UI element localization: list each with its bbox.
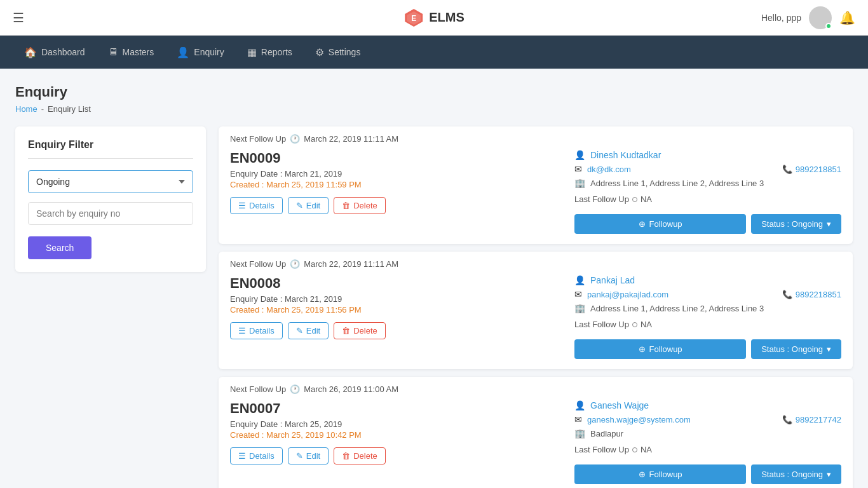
contact-address-row-0: 🏢 Address Line 1, Address Line 2, Addres… xyxy=(574,178,841,188)
next-follow-up-date-1: March 22, 2019 11:11 AM xyxy=(304,259,398,269)
phone-icon-2: 📞 xyxy=(782,415,792,424)
breadcrumb-separator: - xyxy=(41,104,44,114)
email-icon-0: ✉ xyxy=(574,164,582,174)
details-button-1[interactable]: ☰ Details xyxy=(230,322,283,339)
breadcrumb-home[interactable]: Home xyxy=(15,104,37,114)
edit-button-2[interactable]: ✎ Edit xyxy=(288,447,329,464)
greeting-text: Hello, ppp xyxy=(761,13,801,23)
next-follow-up-label-0: Next Follow Up xyxy=(230,134,286,144)
followup-button-2[interactable]: ⊕ Followup xyxy=(574,464,746,484)
edit-icon-1: ✎ xyxy=(296,326,303,336)
contact-email-row-0: ✉ dk@dk.com 📞 9892218851 xyxy=(574,164,841,174)
person-icon-0: 👤 xyxy=(574,150,585,160)
address-icon-2: 🏢 xyxy=(574,428,585,438)
address-icon-1: 🏢 xyxy=(574,303,585,313)
details-button-2[interactable]: ☰ Details xyxy=(230,447,283,464)
last-follow-up-row-0: Last Follow Up NA xyxy=(574,194,841,204)
contact-phone-0: 📞 9892218851 xyxy=(782,165,841,174)
clock-icon-1: 🕐 xyxy=(290,259,300,269)
nav-enquiry[interactable]: 👤 Enquiry xyxy=(165,36,235,69)
plus-circle-icon-2: ⊕ xyxy=(639,470,646,479)
nav-reports-label: Reports xyxy=(261,47,292,57)
enquiry-card-1: Next Follow Up 🕐 March 22, 2019 11:11 AM… xyxy=(219,252,853,369)
enquiry-date-1: Enquiry Date : March 21, 2019 xyxy=(230,294,562,304)
card-left-2: EN0007 Enquiry Date : March 25, 2019 Cre… xyxy=(230,400,562,484)
chevron-down-icon-1: ▾ xyxy=(827,344,831,354)
followup-button-1[interactable]: ⊕ Followup xyxy=(574,339,746,359)
avatar[interactable] xyxy=(809,6,832,29)
page-title: Enquiry xyxy=(15,84,853,100)
hamburger-menu[interactable]: ☰ xyxy=(13,10,24,25)
breadcrumb: Home - Enquiry List xyxy=(15,104,853,114)
info-icon-0 xyxy=(632,197,637,202)
enquiry-card-0: Next Follow Up 🕐 March 22, 2019 11:11 AM… xyxy=(219,126,853,244)
created-date-2: Created : March 25, 2019 10:42 PM xyxy=(230,430,562,440)
card-body-0: EN0009 Enquiry Date : March 21, 2019 Cre… xyxy=(219,144,853,244)
status-button-2[interactable]: Status : Ongoing ▾ xyxy=(751,464,841,484)
notification-bell-icon[interactable]: 🔔 xyxy=(839,10,855,25)
status-button-1[interactable]: Status : Ongoing ▾ xyxy=(751,339,841,359)
list-icon-0: ☰ xyxy=(238,201,246,210)
trash-icon-0: 🗑 xyxy=(342,201,350,210)
card-right-2: 👤 Ganesh Wajge ✉ ganesh.wajge@system.com… xyxy=(574,400,841,484)
contact-phone-2: 📞 9892217742 xyxy=(782,415,841,424)
created-date-1: Created : March 25, 2019 11:56 PM xyxy=(230,305,562,315)
app-name: ELMS xyxy=(429,10,465,25)
status-button-0[interactable]: Status : Ongoing ▾ xyxy=(751,214,841,234)
nav-dashboard[interactable]: 🏠 Dashboard xyxy=(13,36,97,69)
card-body-1: EN0008 Enquiry Date : March 21, 2019 Cre… xyxy=(219,269,853,369)
status-select[interactable]: Ongoing Closed Pending xyxy=(28,170,193,193)
contact-email-row-1: ✉ pankaj@pakajlad.com 📞 9892218851 xyxy=(574,289,841,299)
details-button-0[interactable]: ☰ Details xyxy=(230,197,283,214)
clock-icon-2: 🕐 xyxy=(290,384,300,394)
card-left-1: EN0008 Enquiry Date : March 21, 2019 Cre… xyxy=(230,275,562,359)
list-icon-1: ☰ xyxy=(238,326,246,336)
contact-phone-1: 📞 9892218851 xyxy=(782,290,841,299)
delete-button-2[interactable]: 🗑 Delete xyxy=(334,447,386,464)
card-footer-actions-2: ⊕ Followup Status : Ongoing ▾ xyxy=(574,464,841,484)
nav-masters-label: Masters xyxy=(123,47,154,57)
followup-button-0[interactable]: ⊕ Followup xyxy=(574,214,746,234)
edit-button-1[interactable]: ✎ Edit xyxy=(288,322,329,339)
search-input[interactable] xyxy=(28,202,193,225)
home-icon: 🏠 xyxy=(24,46,37,58)
delete-button-0[interactable]: 🗑 Delete xyxy=(334,197,386,214)
plus-circle-icon-1: ⊕ xyxy=(639,344,646,354)
enquiry-id-2: EN0007 xyxy=(230,400,562,417)
person-icon-1: 👤 xyxy=(574,275,585,285)
svg-text:E: E xyxy=(411,14,416,23)
filter-sidebar: Enquiry Filter Ongoing Closed Pending Se… xyxy=(15,126,206,272)
contact-email-row-2: ✉ ganesh.wajge@system.com 📞 9892217742 xyxy=(574,414,841,424)
delete-button-1[interactable]: 🗑 Delete xyxy=(334,322,386,339)
edit-button-0[interactable]: ✎ Edit xyxy=(288,197,329,214)
online-dot xyxy=(825,23,832,29)
card-footer-actions-0: ⊕ Followup Status : Ongoing ▾ xyxy=(574,214,841,234)
chevron-down-icon-0: ▾ xyxy=(827,219,831,229)
user-icon: 👤 xyxy=(177,46,189,58)
enquiry-list: Next Follow Up 🕐 March 22, 2019 11:11 AM… xyxy=(219,126,853,488)
person-icon-2: 👤 xyxy=(574,400,585,410)
nav-reports[interactable]: ▦ Reports xyxy=(236,36,304,69)
nav-settings-label: Settings xyxy=(329,47,361,57)
reports-icon: ▦ xyxy=(247,46,257,58)
settings-icon: ⚙ xyxy=(315,46,324,58)
search-button[interactable]: Search xyxy=(28,236,92,259)
last-follow-up-row-1: Last Follow Up NA xyxy=(574,320,841,329)
card-left-0: EN0009 Enquiry Date : March 21, 2019 Cre… xyxy=(230,150,562,234)
contact-name-row-0: 👤 Dinesh Kudtadkar xyxy=(574,150,841,160)
card-footer-actions-1: ⊕ Followup Status : Ongoing ▾ xyxy=(574,339,841,359)
card-actions-1: ☰ Details ✎ Edit 🗑 Delete xyxy=(230,322,562,339)
nav-masters[interactable]: 🖥 Masters xyxy=(97,36,166,69)
card-right-1: 👤 Pankaj Lad ✉ pankaj@pakajlad.com 📞 989… xyxy=(574,275,841,359)
card-header-0: Next Follow Up 🕐 March 22, 2019 11:11 AM xyxy=(219,126,853,144)
trash-icon-1: 🗑 xyxy=(342,326,350,336)
card-header-1: Next Follow Up 🕐 March 22, 2019 11:11 AM xyxy=(219,252,853,269)
edit-icon-0: ✎ xyxy=(296,201,303,210)
address-icon-0: 🏢 xyxy=(574,178,585,188)
nav-settings[interactable]: ⚙ Settings xyxy=(304,36,372,69)
chevron-down-icon-2: ▾ xyxy=(827,470,831,479)
contact-email-2: ganesh.wajge@system.com xyxy=(587,415,691,424)
topbar-right: Hello, ppp 🔔 xyxy=(761,6,855,29)
phone-icon-0: 📞 xyxy=(782,165,792,174)
contact-email-1: pankaj@pakajlad.com xyxy=(587,290,668,299)
